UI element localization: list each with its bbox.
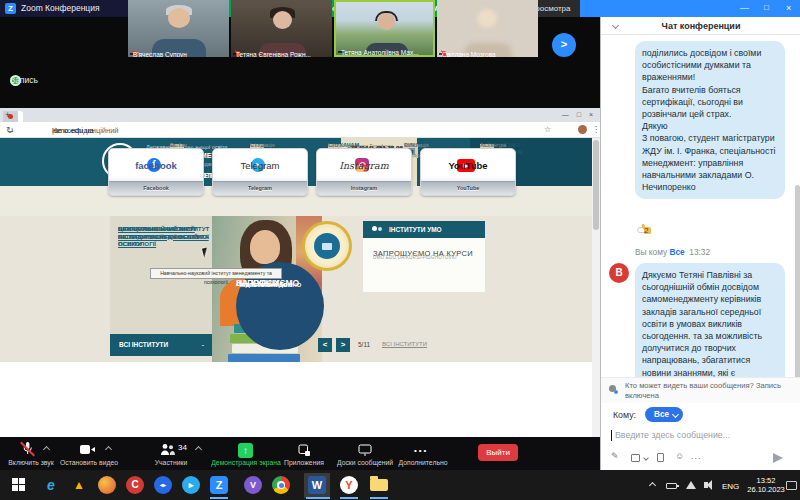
reload-icon[interactable]: ↻: [6, 125, 20, 135]
browser-profile-avatar[interactable]: [578, 125, 587, 134]
more-button[interactable]: •••: [414, 446, 428, 455]
participant-name-label: В'ячеслав Супрун: [130, 53, 136, 55]
slider-counter: 5/11: [358, 341, 370, 348]
next-participants-button[interactable]: >: [552, 33, 576, 57]
app-title: Zoom Конференция: [21, 3, 100, 13]
chat-message-input[interactable]: [613, 428, 793, 442]
reaction-badge[interactable]: 2: [637, 227, 651, 233]
format-icon[interactable]: ✎: [611, 451, 619, 461]
windows-taskbar: e ▲ C ◂▸ ▸ Z V W Y: [0, 470, 800, 500]
maximize-icon[interactable]: □: [764, 3, 769, 12]
screenshot-icon[interactable]: [631, 454, 640, 462]
avatar: [477, 9, 497, 28]
telegram-button[interactable]: ▸Telegram Telegram: [212, 148, 308, 196]
participant-name-label: Світлана Мозгова: [439, 53, 445, 55]
institute-link[interactable]: БІЛОЦЕРКІВСЬКИЙ ІНСТИТУТ НЕПЕРЕРВНОЇ ПРО…: [118, 225, 212, 248]
all-institutes-button[interactable]: ВСІ ІНСТИТУТИ-: [110, 334, 212, 356]
avatar: В: [609, 263, 629, 283]
zoom-toolbar: Включить звук Остановить видео 34 Участн…: [0, 437, 600, 470]
recipient-selector[interactable]: Все: [645, 407, 683, 422]
headset-icon: [375, 11, 398, 21]
start-button[interactable]: [12, 478, 25, 491]
screenshot-chevron[interactable]: [643, 455, 649, 461]
keyboard-language[interactable]: ENG: [722, 482, 739, 491]
url-text: umo.edu.ua: [54, 126, 94, 135]
minimize-icon[interactable]: —: [740, 3, 749, 13]
participant-video-3-active-speaker[interactable]: Тетяна Анатоліївна Мах...: [334, 0, 435, 57]
telegram-icon[interactable]: ▸: [182, 476, 200, 494]
browser-scrollbar[interactable]: [592, 138, 600, 437]
screen-share-icon[interactable]: ↑: [238, 443, 253, 458]
chrome-icon[interactable]: [272, 476, 290, 494]
youtube-button[interactable]: ▶YouTube YouTube: [420, 148, 516, 196]
visibility-icon: [609, 385, 616, 392]
screen: Z Zoom Конференция Вы просматриваете экр…: [0, 0, 800, 500]
visibility-note: Кто может видеть ваши сообщения? Запись …: [601, 377, 800, 403]
word-active-window[interactable]: W: [304, 473, 330, 498]
leave-button[interactable]: Выйти: [478, 444, 518, 461]
chat-scrollbar[interactable]: [795, 185, 800, 377]
university-emblem-icon: [302, 221, 352, 271]
clock[interactable]: 13:52 26.10.2023: [744, 476, 788, 494]
all-institutes-link[interactable]: ВСІ ІНСТИТУТИ: [382, 341, 427, 347]
chat-message-list[interactable]: поділились досвідом і своїми особистісни…: [601, 35, 800, 377]
chat-title: Чат конференции: [601, 21, 800, 31]
drive-icon[interactable]: ▲: [70, 476, 88, 494]
people-icon: [372, 226, 384, 234]
zoom-logo-icon: Z: [5, 3, 16, 14]
chat-message: Дякуємо Тетяні Павлівні за сьогоднішній …: [635, 263, 785, 377]
more-options-icon[interactable]: ...: [691, 451, 702, 461]
chat-compose-area: Кому: Все ✎ ☺ ...: [601, 403, 800, 470]
slider-prev-button[interactable]: <: [318, 338, 332, 352]
participant-name-label: Тетяна Анатоліївна Мах...: [338, 51, 344, 53]
participant-name-label: Тетяна Євгенівна Рожн...: [233, 53, 239, 55]
ccleaner-icon[interactable]: C: [126, 476, 144, 494]
battery-icon: [666, 483, 677, 489]
speaker-icon: [704, 482, 708, 488]
bookmark-star-icon[interactable]: ☆: [544, 125, 551, 134]
url-field[interactable]: ⚠ Не конфіденційний | umo.edu.ua: [52, 126, 54, 135]
message-meta: Вы кому Все 13:32: [635, 247, 710, 257]
promo-link[interactable]: UMO.EDU.UA/KURSI-PIDGHOTOVKI: [373, 255, 457, 260]
participant-video-4[interactable]: Світлана Мозгова: [437, 0, 538, 57]
close-icon[interactable]: ×: [786, 3, 791, 13]
audio-options-chevron[interactable]: [43, 446, 50, 453]
text-caret: [611, 430, 612, 441]
word-icon: W: [308, 476, 326, 494]
file-explorer-icon[interactable]: [370, 479, 388, 491]
facebook-button[interactable]: ffacebook Facebook: [108, 148, 204, 196]
slider-next-button[interactable]: >: [336, 338, 350, 352]
teamviewer-icon[interactable]: ◂▸: [154, 476, 172, 494]
ie-icon[interactable]: e: [42, 476, 60, 494]
chat-window-titlebar: — □ ×: [580, 0, 800, 17]
send-icon[interactable]: [773, 453, 783, 463]
chat-panel: Чат конференции поділились досвідом і св…: [600, 17, 800, 470]
app-icon[interactable]: [98, 476, 116, 494]
chat-message: поділились досвідом і своїми особистісни…: [635, 41, 785, 199]
new-tab-button[interactable]: +: [5, 108, 10, 123]
wifi-icon: [686, 481, 696, 489]
tooltip: Навчально-науковий інститут менеджменту …: [150, 268, 282, 279]
attach-file-icon[interactable]: [657, 453, 664, 462]
browser-menu-icon[interactable]: ⋮: [592, 125, 600, 134]
participant-video-1[interactable]: В'ячеслав Супрун: [128, 0, 229, 57]
video-options-chevron[interactable]: [105, 446, 112, 453]
screen-share-label: Демонстрация экрана: [208, 459, 284, 466]
institutes-umo-panel: ЗАПРОШУЄМО НА КУРСИ UMO.EDU.UA/KURSI-PID…: [363, 238, 485, 292]
instagram-button[interactable]: Instagram Instagram: [316, 148, 412, 196]
participant-video-2[interactable]: Тетяна Євгенівна Рожн...: [231, 0, 332, 57]
emoji-icon[interactable]: ☺: [675, 451, 684, 461]
institutes-umo-header: ІНСТИТУТИ УМО: [363, 221, 485, 238]
participants-count: 34: [178, 443, 187, 452]
yandex-icon[interactable]: Y: [340, 476, 358, 494]
shared-webpage: Державний заклад вищої освіти УНІВЕРСИТЕ…: [0, 138, 592, 437]
zoom-taskbar-icon[interactable]: Z: [210, 476, 228, 494]
participants-chevron[interactable]: [195, 446, 202, 453]
action-center-icon[interactable]: [786, 481, 797, 490]
unmute-button[interactable]: [20, 442, 35, 456]
browser-tab-strip[interactable]: + — □ ×: [0, 108, 600, 122]
browser-address-bar: ←→↻ ⚠ Не конфіденційний | umo.edu.ua ☆ ⋮: [0, 122, 600, 138]
browser-window-controls[interactable]: — □ ×: [562, 108, 596, 121]
viber-icon[interactable]: V: [244, 476, 262, 494]
